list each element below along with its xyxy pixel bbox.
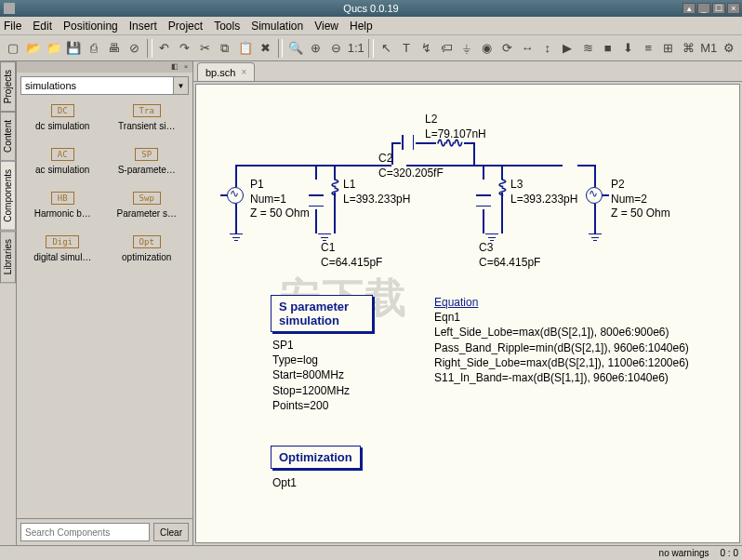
wire <box>334 193 336 233</box>
port-p2[interactable] <box>586 187 603 204</box>
ground-icon[interactable]: ⏚ <box>457 38 477 59</box>
new-icon[interactable]: ▢ <box>4 38 23 59</box>
menu-simulation[interactable]: Simulation <box>251 20 303 33</box>
paste-icon[interactable]: 📋 <box>235 38 255 59</box>
zoom1-icon[interactable]: 1:1 <box>346 38 365 59</box>
inductor-l3[interactable]: ∿∿ <box>496 178 510 194</box>
zoomin-icon[interactable]: ⊕ <box>306 38 325 59</box>
component-box: HB <box>51 192 74 205</box>
close-file-icon[interactable]: ⊘ <box>125 38 144 59</box>
dist-icon[interactable]: ⊞ <box>659 38 679 59</box>
menu-view[interactable]: View <box>314 20 338 33</box>
component-item[interactable]: ACac simulation <box>22 148 103 175</box>
clear-button[interactable]: Clear <box>153 523 189 541</box>
component-label: optimization <box>122 252 171 262</box>
undo-icon[interactable]: ↶ <box>155 38 175 59</box>
align-icon[interactable]: ≡ <box>639 38 658 59</box>
print-icon[interactable]: 🖶 <box>104 38 124 59</box>
menu-insert[interactable]: Insert <box>129 20 157 33</box>
menu-help[interactable]: Help <box>350 20 373 33</box>
delete-icon[interactable]: ✖ <box>256 38 275 59</box>
panel-close-icon[interactable]: × <box>181 61 191 71</box>
wire <box>235 165 237 187</box>
maximize-icon[interactable]: ☐ <box>712 3 725 14</box>
close-icon[interactable]: × <box>727 3 740 14</box>
sparam-block[interactable]: S parameter simulation <box>271 295 373 332</box>
menu-tools[interactable]: Tools <box>214 20 240 33</box>
file-tab[interactable]: bp.sch × <box>197 62 255 81</box>
open-icon[interactable]: 📂 <box>24 38 44 59</box>
label-l2: L2L=79.107nH <box>425 113 486 141</box>
component-grid: DCdc simulationTraTransient si…ACac simu… <box>17 99 192 518</box>
rollup-icon[interactable]: ▴ <box>682 3 696 14</box>
menu-edit[interactable]: Edit <box>33 20 52 33</box>
rotate-icon[interactable]: ⟳ <box>497 38 517 59</box>
m1-icon[interactable]: M1 <box>699 38 719 59</box>
capacitor-c3[interactable] <box>476 194 491 207</box>
ground-icon <box>230 233 243 243</box>
label-l3: L3L=393.233pH <box>510 178 577 207</box>
label-icon[interactable]: 🏷 <box>437 38 457 59</box>
titlebar: Qucs 0.0.19 ▴ _ ☐ × <box>0 0 742 17</box>
tab-components[interactable]: Components <box>0 161 16 231</box>
minimize-icon[interactable]: _ <box>697 3 710 14</box>
search-input[interactable] <box>20 523 150 541</box>
component-item[interactable]: HBHarmonic b… <box>22 192 103 219</box>
component-label: Harmonic b… <box>34 208 91 219</box>
undock-icon[interactable]: ◧ <box>170 61 179 71</box>
schematic-canvas[interactable]: 安下载 <box>195 84 740 543</box>
component-box: Digi <box>46 235 79 248</box>
component-item[interactable]: Optoptimization <box>107 235 188 262</box>
component-item[interactable]: Digidigital simul… <box>22 235 103 262</box>
component-item[interactable]: TraTransient si… <box>107 104 188 131</box>
label-c2: C2C=320.205fF <box>378 152 444 180</box>
component-item[interactable]: SPS-paramete… <box>107 148 188 175</box>
cursor-icon[interactable]: ↖ <box>377 38 396 59</box>
ground-icon <box>589 233 602 243</box>
menu-project[interactable]: Project <box>168 20 203 33</box>
stop-icon[interactable]: ■ <box>598 38 617 59</box>
m2-icon[interactable]: ⚙ <box>720 38 739 59</box>
menu-file[interactable]: File <box>4 20 21 33</box>
component-item[interactable]: DCdc simulation <box>22 104 103 131</box>
sparam-text: SP1 Type=log Start=800MHz Stop=1200MHz P… <box>272 338 350 413</box>
tab-close-icon[interactable]: × <box>241 67 246 77</box>
wire <box>577 165 594 167</box>
inductor-l1[interactable]: ∿∿ <box>328 178 343 194</box>
wire-icon[interactable]: ↯ <box>417 38 436 59</box>
ontext-icon[interactable]: ⌘ <box>679 38 698 59</box>
marker-icon[interactable]: ⬇ <box>618 38 638 59</box>
zoomfit-icon[interactable]: 🔍 <box>285 38 305 59</box>
cut-icon[interactable]: ✂ <box>195 38 215 59</box>
label-p2: P2Num=2Z = 50 Ohm <box>611 178 670 221</box>
port-icon[interactable]: ◉ <box>477 38 497 59</box>
tab-libraries[interactable]: Libraries <box>0 231 16 283</box>
tab-content[interactable]: Content <box>0 112 16 161</box>
file-tabs: bp.sch × <box>193 61 742 82</box>
tab-projects[interactable]: Projects <box>0 61 16 112</box>
text-icon[interactable]: T <box>397 38 417 59</box>
dcbias-icon[interactable]: ≋ <box>578 38 598 59</box>
sim-icon[interactable]: ▶ <box>558 38 577 59</box>
equation-block[interactable]: Equation Eqn1 Left_Side_Lobe=max(dB(S[2,… <box>434 295 689 385</box>
zoomout-icon[interactable]: ⊖ <box>326 38 346 59</box>
capacitor-c2[interactable] <box>402 135 415 150</box>
opt-block[interactable]: Optimization <box>271 446 361 469</box>
label-c1: C1C=64.415pF <box>321 241 382 270</box>
component-label: Parameter s… <box>117 208 177 219</box>
mirrorx-icon[interactable]: ↔ <box>518 38 537 59</box>
capacitor-c1[interactable] <box>309 194 324 207</box>
saveall-icon[interactable]: ⎙ <box>85 38 104 59</box>
wire <box>594 204 596 233</box>
redo-icon[interactable]: ↷ <box>175 38 194 59</box>
component-item[interactable]: SwpParameter s… <box>107 192 188 219</box>
mirrory-icon[interactable]: ↕ <box>537 38 557 59</box>
menu-positioning[interactable]: Positioning <box>63 20 118 33</box>
open2-icon[interactable]: 📁 <box>44 38 63 59</box>
window-title: Qucs 0.0.19 <box>343 3 398 14</box>
status-position: 0 : 0 <box>721 548 738 558</box>
category-select[interactable]: simulations ▼ <box>20 76 189 95</box>
copy-icon[interactable]: ⧉ <box>216 38 235 59</box>
port-p1[interactable] <box>227 187 244 204</box>
save-icon[interactable]: 💾 <box>64 38 84 59</box>
